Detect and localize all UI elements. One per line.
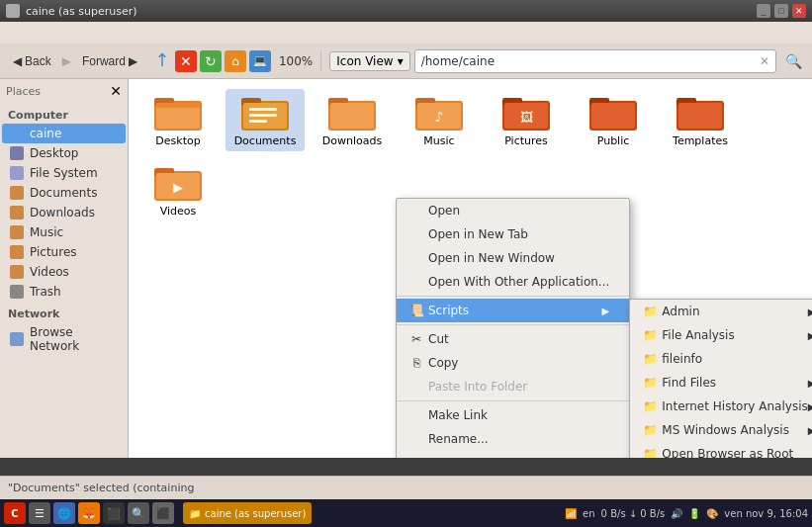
taskbar-caine-icon[interactable]: C xyxy=(4,502,26,524)
taskbar-window-button[interactable]: 📁 caine (as superuser) xyxy=(183,502,312,524)
desktop-folder-icon xyxy=(154,93,202,132)
forward-button[interactable]: Forward ▶ xyxy=(75,50,144,72)
documents-file-label: Documents xyxy=(234,134,297,147)
sidebar-item-downloads[interactable]: Downloads xyxy=(2,203,126,222)
reload-icon[interactable]: ↻ xyxy=(200,50,222,72)
pictures-file-label: Pictures xyxy=(504,134,548,147)
music-folder-icon: ♪ xyxy=(415,93,463,132)
file-item-desktop[interactable]: Desktop xyxy=(138,89,218,151)
ctx-open[interactable]: Open xyxy=(397,199,629,222)
submenu-find-files[interactable]: 📁Find Files ▶ xyxy=(630,371,812,395)
taskbar: C ☰ 🌐 🦊 ⬛ 🔍 ⬛ 📁 caine (as superuser) 📶 e… xyxy=(0,499,812,527)
ctx-sep-1 xyxy=(397,296,629,297)
computer-icon[interactable]: 💻 xyxy=(249,50,271,72)
taskbar-icon-6[interactable]: ⬛ xyxy=(152,502,174,524)
ctx-sep-2 xyxy=(397,324,629,325)
file-item-templates[interactable]: Templates xyxy=(661,89,740,151)
music-file-label: Music xyxy=(423,134,454,147)
menu-bar xyxy=(0,22,812,44)
caine-label: caine xyxy=(30,127,61,140)
minimize-button[interactable]: _ xyxy=(757,4,770,18)
submenu-ms-windows[interactable]: 📁MS Windows Analysis ▶ xyxy=(630,418,812,442)
close-button[interactable]: ✕ xyxy=(792,4,806,18)
file-item-videos[interactable]: ▶ Videos xyxy=(138,159,218,221)
ctx-rename[interactable]: Rename... xyxy=(397,427,629,451)
ctx-open-new-window[interactable]: Open in New Window xyxy=(397,246,629,270)
location-bar[interactable]: /home/caine ✕ xyxy=(414,49,776,73)
submenu-admin[interactable]: 📁Admin ▶ xyxy=(630,300,812,323)
ctx-make-link[interactable]: Make Link xyxy=(397,403,629,427)
taskbar-network-icon: 📶 xyxy=(565,508,577,519)
toolbar: ◀ Back ▶ Forward ▶ ↑ ✕ ↻ ⌂ 💻 100% Icon V… xyxy=(0,44,812,79)
sidebar-item-browse-network[interactable]: Browse Network xyxy=(2,322,126,356)
sidebar-item-videos[interactable]: Videos xyxy=(2,262,126,282)
videos-label: Videos xyxy=(30,265,69,279)
file-item-downloads[interactable]: Downloads xyxy=(313,89,392,151)
sidebar-item-documents[interactable]: Documents xyxy=(2,183,126,203)
ctx-copy-to[interactable]: Copy to ▶ xyxy=(397,451,629,458)
sidebar-item-music[interactable]: Music xyxy=(2,222,126,242)
trash-dot xyxy=(10,285,24,299)
documents-label: Documents xyxy=(30,186,97,200)
file-item-pictures[interactable]: 🖼 Pictures xyxy=(487,89,566,151)
ctx-open-other[interactable]: Open With Other Application... xyxy=(397,270,629,294)
scripts-icon: 📜 xyxy=(408,303,424,318)
network-section-label: Network xyxy=(0,302,128,322)
copy-to-arrow: ▶ xyxy=(602,458,610,459)
sidebar: Places ✕ Computer caine Desktop File Sys… xyxy=(0,79,129,458)
file-item-music[interactable]: ♪ Music xyxy=(400,89,479,151)
taskbar-icon-3[interactable]: 🦊 xyxy=(78,502,100,524)
stop-icon[interactable]: ✕ xyxy=(175,50,197,72)
up-icon[interactable]: ↑ xyxy=(152,50,172,70)
taskbar-icon-5[interactable]: 🔍 xyxy=(128,502,149,524)
home-icon[interactable]: ⌂ xyxy=(225,50,246,72)
back-button[interactable]: ◀ Back xyxy=(6,50,58,72)
taskbar-icon-4[interactable]: ⬛ xyxy=(103,502,125,524)
svg-rect-3 xyxy=(156,103,200,108)
context-menu: Open Open in New Tab Open in New Window … xyxy=(396,198,630,458)
window-title: caine (as superuser) xyxy=(26,5,137,18)
submenu-open-browser[interactable]: 📁Open Browser as Root xyxy=(630,442,812,458)
location-clear-button[interactable]: ✕ xyxy=(760,54,769,68)
pictures-folder-icon: 🖼 xyxy=(502,93,550,132)
sidebar-item-caine[interactable]: caine xyxy=(2,124,126,143)
submenu-fileinfo[interactable]: 📁fileinfo xyxy=(630,347,812,371)
sidebar-close-button[interactable]: ✕ xyxy=(110,83,122,99)
sidebar-item-desktop[interactable]: Desktop xyxy=(2,143,126,163)
documents-dot xyxy=(10,186,24,200)
ctx-cut[interactable]: ✂Cut xyxy=(397,327,629,351)
sidebar-item-filesystem[interactable]: File System xyxy=(2,163,126,183)
maximize-button[interactable]: □ xyxy=(774,4,788,18)
search-button[interactable]: 🔍 xyxy=(780,48,806,74)
submenu-file-analysis[interactable]: 📁File Analysis ▶ xyxy=(630,323,812,347)
ctx-copy[interactable]: ⎘Copy xyxy=(397,351,629,375)
sidebar-item-trash[interactable]: Trash xyxy=(2,282,126,302)
view-dropdown[interactable]: Icon View ▾ xyxy=(329,51,409,71)
taskbar-network-label: en xyxy=(583,508,595,519)
ctx-scripts[interactable]: 📜Scripts ▶ 📁Admin ▶ 📁File Analysis ▶ 📁fi… xyxy=(397,299,629,322)
zoom-level: 100% xyxy=(279,54,313,68)
taskbar-icon-1[interactable]: ☰ xyxy=(29,502,50,524)
submenu-internet-history[interactable]: 📁Internet History Analysis ▶ xyxy=(630,395,812,418)
separator: ▶ xyxy=(62,54,71,68)
title-buttons: _ □ ✕ xyxy=(757,4,806,18)
svg-text:♪: ♪ xyxy=(435,109,444,125)
taskbar-icon-2[interactable]: 🌐 xyxy=(53,502,75,524)
file-item-public[interactable]: Public xyxy=(574,89,653,151)
svg-rect-8 xyxy=(249,114,277,117)
scripts-submenu: 📁Admin ▶ 📁File Analysis ▶ 📁fileinfo 📁Fin… xyxy=(629,299,812,458)
desktop-dot xyxy=(10,146,24,160)
desktop-label: Desktop xyxy=(30,146,79,160)
ctx-open-new-tab[interactable]: Open in New Tab xyxy=(397,222,629,246)
music-label: Music xyxy=(30,225,63,239)
taskbar-battery-icon: 🔋 xyxy=(688,508,700,519)
sidebar-item-pictures[interactable]: Pictures xyxy=(2,242,126,262)
downloads-file-label: Downloads xyxy=(322,134,382,147)
scripts-arrow: ▶ xyxy=(602,306,610,316)
downloads-label: Downloads xyxy=(30,206,95,220)
computer-section-label: Computer xyxy=(0,103,128,124)
filesystem-label: File System xyxy=(30,166,98,180)
pictures-label: Pictures xyxy=(30,245,77,259)
file-item-documents[interactable]: Documents xyxy=(226,89,305,151)
browse-network-label: Browse Network xyxy=(30,325,118,353)
